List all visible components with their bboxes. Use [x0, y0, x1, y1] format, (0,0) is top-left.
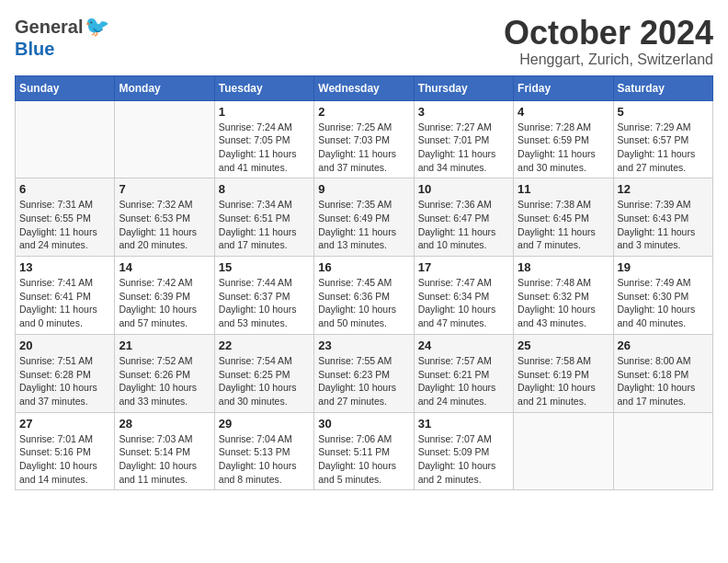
day-info: Sunrise: 7:51 AM Sunset: 6:28 PM Dayligh…	[19, 354, 110, 408]
calendar-cell: 28Sunrise: 7:03 AM Sunset: 5:14 PM Dayli…	[115, 412, 214, 490]
calendar-cell: 9Sunrise: 7:35 AM Sunset: 6:49 PM Daylig…	[314, 178, 414, 257]
weekday-header-monday: Monday	[115, 75, 214, 100]
weekday-header-thursday: Thursday	[414, 75, 513, 100]
day-number: 22	[219, 339, 310, 352]
day-info: Sunrise: 7:47 AM Sunset: 6:34 PM Dayligh…	[418, 276, 509, 330]
page-header: General 🐦 Blue October 2024 Henggart, Zu…	[15, 15, 713, 68]
calendar-cell: 27Sunrise: 7:01 AM Sunset: 5:16 PM Dayli…	[16, 412, 115, 490]
calendar-cell: 15Sunrise: 7:44 AM Sunset: 6:37 PM Dayli…	[214, 257, 313, 335]
calendar-cell: 5Sunrise: 7:29 AM Sunset: 6:57 PM Daylig…	[613, 100, 712, 178]
day-info: Sunrise: 7:25 AM Sunset: 7:03 PM Dayligh…	[318, 121, 409, 175]
week-row-5: 27Sunrise: 7:01 AM Sunset: 5:16 PM Dayli…	[16, 412, 713, 490]
day-number: 14	[119, 260, 210, 274]
day-number: 8	[219, 182, 310, 196]
calendar-cell: 10Sunrise: 7:36 AM Sunset: 6:47 PM Dayli…	[414, 178, 513, 257]
calendar-cell: 13Sunrise: 7:41 AM Sunset: 6:41 PM Dayli…	[16, 257, 115, 335]
day-info: Sunrise: 7:54 AM Sunset: 6:25 PM Dayligh…	[219, 354, 310, 408]
day-number: 4	[518, 105, 609, 119]
calendar-cell: 1Sunrise: 7:24 AM Sunset: 7:05 PM Daylig…	[214, 100, 313, 178]
calendar-cell: 12Sunrise: 7:39 AM Sunset: 6:43 PM Dayli…	[613, 178, 712, 257]
calendar-cell: 3Sunrise: 7:27 AM Sunset: 7:01 PM Daylig…	[414, 100, 513, 178]
calendar-cell: 25Sunrise: 7:58 AM Sunset: 6:19 PM Dayli…	[514, 334, 613, 412]
day-number: 13	[19, 260, 110, 274]
day-info: Sunrise: 7:34 AM Sunset: 6:51 PM Dayligh…	[219, 198, 310, 252]
calendar-cell	[115, 100, 214, 178]
day-info: Sunrise: 7:28 AM Sunset: 6:59 PM Dayligh…	[518, 121, 609, 175]
day-info: Sunrise: 7:31 AM Sunset: 6:55 PM Dayligh…	[19, 198, 110, 252]
day-info: Sunrise: 7:44 AM Sunset: 6:37 PM Dayligh…	[219, 276, 310, 330]
calendar-cell: 14Sunrise: 7:42 AM Sunset: 6:39 PM Dayli…	[115, 257, 214, 335]
calendar-cell: 11Sunrise: 7:38 AM Sunset: 6:45 PM Dayli…	[514, 178, 613, 257]
calendar-cell: 18Sunrise: 7:48 AM Sunset: 6:32 PM Dayli…	[514, 257, 613, 335]
day-number: 27	[19, 417, 110, 431]
week-row-3: 13Sunrise: 7:41 AM Sunset: 6:41 PM Dayli…	[16, 257, 713, 335]
day-number: 24	[418, 339, 509, 352]
day-info: Sunrise: 7:39 AM Sunset: 6:43 PM Dayligh…	[618, 198, 709, 252]
weekday-header-tuesday: Tuesday	[214, 75, 313, 100]
day-number: 15	[219, 260, 310, 274]
weekday-header-sunday: Sunday	[16, 75, 115, 100]
day-info: Sunrise: 7:24 AM Sunset: 7:05 PM Dayligh…	[219, 121, 310, 175]
calendar-cell: 23Sunrise: 7:55 AM Sunset: 6:23 PM Dayli…	[314, 334, 414, 412]
day-number: 2	[318, 105, 409, 119]
day-number: 11	[518, 182, 609, 196]
day-number: 26	[618, 339, 709, 352]
day-number: 17	[418, 260, 509, 274]
calendar-cell: 8Sunrise: 7:34 AM Sunset: 6:51 PM Daylig…	[214, 178, 313, 257]
calendar-cell: 2Sunrise: 7:25 AM Sunset: 7:03 PM Daylig…	[314, 100, 414, 178]
calendar-cell: 19Sunrise: 7:49 AM Sunset: 6:30 PM Dayli…	[613, 257, 712, 335]
day-number: 3	[418, 105, 509, 119]
calendar-cell: 24Sunrise: 7:57 AM Sunset: 6:21 PM Dayli…	[414, 334, 513, 412]
day-number: 19	[618, 260, 709, 274]
day-info: Sunrise: 7:06 AM Sunset: 5:11 PM Dayligh…	[318, 432, 409, 487]
calendar-cell	[16, 100, 115, 178]
day-info: Sunrise: 7:32 AM Sunset: 6:53 PM Dayligh…	[119, 198, 210, 252]
calendar-cell: 7Sunrise: 7:32 AM Sunset: 6:53 PM Daylig…	[115, 178, 214, 257]
day-info: Sunrise: 7:49 AM Sunset: 6:30 PM Dayligh…	[618, 276, 709, 330]
calendar-cell: 21Sunrise: 7:52 AM Sunset: 6:26 PM Dayli…	[115, 334, 214, 412]
month-title: October 2024	[504, 15, 713, 52]
calendar-cell	[613, 412, 712, 490]
day-number: 31	[418, 417, 509, 431]
day-number: 18	[518, 260, 609, 274]
calendar-cell: 4Sunrise: 7:28 AM Sunset: 6:59 PM Daylig…	[514, 100, 613, 178]
day-number: 21	[119, 339, 210, 352]
title-block: October 2024 Henggart, Zurich, Switzerla…	[504, 15, 713, 68]
weekday-header-saturday: Saturday	[613, 75, 712, 100]
day-info: Sunrise: 7:03 AM Sunset: 5:14 PM Dayligh…	[119, 432, 210, 487]
day-info: Sunrise: 7:38 AM Sunset: 6:45 PM Dayligh…	[518, 198, 609, 252]
logo-bird-icon: 🐦	[85, 15, 109, 39]
week-row-4: 20Sunrise: 7:51 AM Sunset: 6:28 PM Dayli…	[16, 334, 713, 412]
day-number: 29	[219, 417, 310, 431]
day-number: 9	[318, 182, 409, 196]
day-number: 28	[119, 417, 210, 431]
weekday-header-wednesday: Wednesday	[314, 75, 414, 100]
day-info: Sunrise: 7:07 AM Sunset: 5:09 PM Dayligh…	[418, 432, 509, 487]
calendar-cell: 6Sunrise: 7:31 AM Sunset: 6:55 PM Daylig…	[16, 178, 115, 257]
day-number: 5	[618, 105, 709, 119]
location: Henggart, Zurich, Switzerland	[504, 52, 713, 68]
week-row-2: 6Sunrise: 7:31 AM Sunset: 6:55 PM Daylig…	[16, 178, 713, 257]
day-info: Sunrise: 7:55 AM Sunset: 6:23 PM Dayligh…	[318, 354, 409, 408]
day-info: Sunrise: 7:48 AM Sunset: 6:32 PM Dayligh…	[518, 276, 609, 330]
logo-blue: Blue	[15, 39, 54, 60]
day-number: 10	[418, 182, 509, 196]
day-number: 20	[19, 339, 110, 352]
day-number: 1	[219, 105, 310, 119]
day-info: Sunrise: 7:42 AM Sunset: 6:39 PM Dayligh…	[119, 276, 210, 330]
calendar-cell: 22Sunrise: 7:54 AM Sunset: 6:25 PM Dayli…	[214, 334, 313, 412]
day-info: Sunrise: 7:27 AM Sunset: 7:01 PM Dayligh…	[418, 121, 509, 175]
logo-general: General	[15, 17, 83, 38]
day-number: 6	[19, 182, 110, 196]
calendar-cell: 17Sunrise: 7:47 AM Sunset: 6:34 PM Dayli…	[414, 257, 513, 335]
calendar-cell: 20Sunrise: 7:51 AM Sunset: 6:28 PM Dayli…	[16, 334, 115, 412]
day-number: 30	[318, 417, 409, 431]
day-number: 23	[318, 339, 409, 352]
calendar-table: SundayMondayTuesdayWednesdayThursdayFrid…	[15, 75, 713, 491]
week-row-1: 1Sunrise: 7:24 AM Sunset: 7:05 PM Daylig…	[16, 100, 713, 178]
day-info: Sunrise: 8:00 AM Sunset: 6:18 PM Dayligh…	[618, 354, 709, 408]
day-number: 7	[119, 182, 210, 196]
calendar-cell: 29Sunrise: 7:04 AM Sunset: 5:13 PM Dayli…	[214, 412, 313, 490]
weekday-header-friday: Friday	[514, 75, 613, 100]
day-info: Sunrise: 7:45 AM Sunset: 6:36 PM Dayligh…	[318, 276, 409, 330]
